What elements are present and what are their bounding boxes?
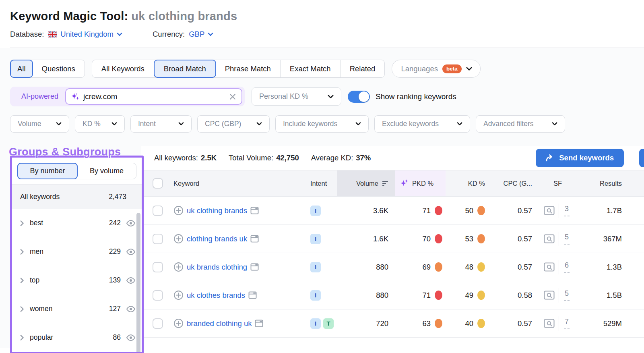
tab-by-number[interactable]: By number [17, 163, 78, 179]
eye-icon[interactable] [126, 305, 136, 313]
eye-icon[interactable] [126, 334, 136, 341]
column-header-volume[interactable]: Volume [337, 170, 395, 196]
filter-exclude-keywords[interactable]: Exclude keywords [374, 115, 470, 133]
intent-badge[interactable]: I [310, 262, 321, 272]
sidebar-scrollbar[interactable] [136, 213, 140, 353]
intent-badge[interactable]: I [310, 234, 321, 244]
tab-broad-match[interactable]: Broad Match [154, 60, 216, 78]
send-arrow-icon [546, 154, 554, 162]
row-checkbox[interactable] [153, 262, 163, 272]
sidebar-all-keywords-row[interactable]: All keywords 2,473 [12, 185, 142, 209]
column-header-keyword[interactable]: Keyword [173, 170, 300, 196]
row-checkbox[interactable] [153, 234, 163, 244]
serp-icon[interactable] [250, 207, 259, 214]
tab-exact-match[interactable]: Exact Match [281, 60, 341, 77]
kd-cell: 50 [446, 197, 490, 224]
filter-include-keywords[interactable]: Include keywords [275, 115, 369, 133]
select-all-checkbox[interactable] [153, 178, 163, 189]
row-checkbox[interactable] [153, 318, 163, 329]
serp-icon[interactable] [250, 235, 259, 243]
eye-icon[interactable] [126, 220, 136, 227]
cpc-cell: 0.57 [490, 309, 538, 337]
chevron-down-icon [111, 122, 117, 126]
tab-questions[interactable]: Questions [33, 60, 85, 77]
table-row: uk clothes brands I 880 71 49 0.58 5 1.5… [141, 281, 644, 309]
filter-cpc[interactable]: CPC (GBP) [197, 115, 270, 133]
sf-count[interactable]: 3 [564, 205, 570, 216]
column-header-results[interactable]: Results [580, 170, 644, 196]
chevron-right-icon[interactable] [20, 220, 24, 226]
send-keywords-button[interactable]: Send keywords [536, 149, 624, 167]
add-keyword-icon[interactable] [173, 234, 184, 244]
intent-badge[interactable]: I [310, 318, 321, 329]
add-keyword-icon[interactable] [173, 206, 184, 216]
chevron-down-icon [466, 67, 472, 71]
serp-preview-icon[interactable] [544, 319, 555, 328]
chevron-right-icon[interactable] [20, 249, 24, 255]
keyword-link[interactable]: uk clothing brands [187, 206, 247, 215]
add-keyword-icon[interactable] [173, 318, 184, 328]
serp-preview-icon[interactable] [544, 262, 555, 272]
intent-badge[interactable]: I [310, 290, 321, 301]
serp-preview-icon[interactable] [544, 206, 555, 215]
currency-select[interactable]: GBP [189, 30, 213, 39]
intent-badge[interactable]: T [323, 318, 334, 329]
filter-intent[interactable]: Intent [130, 115, 192, 133]
tab-all[interactable]: All [10, 60, 33, 78]
kd-dot [477, 319, 485, 328]
chevron-right-icon[interactable] [20, 306, 24, 312]
page-title-query: uk clothing brands [131, 10, 237, 23]
column-header-intent[interactable]: Intent [300, 170, 337, 196]
personal-kd-dropdown[interactable]: Personal KD % [252, 87, 341, 106]
pkd-cell: 71 [395, 281, 446, 309]
keyword-link[interactable]: branded clothing uk [187, 319, 252, 328]
sidebar-group-popular[interactable]: popular 86 [12, 323, 142, 352]
filter-volume[interactable]: Volume [10, 115, 69, 133]
serp-icon[interactable] [248, 291, 257, 299]
serp-preview-icon[interactable] [544, 291, 555, 300]
column-header-kd[interactable]: KD % [446, 170, 490, 196]
sf-count[interactable]: 7 [564, 318, 570, 329]
sidebar-group-top[interactable]: top 139 [12, 266, 142, 295]
tab-phrase-match[interactable]: Phrase Match [216, 60, 281, 77]
table-header-row: Keyword Intent Volume PKD % KD % CPC (G.… [141, 170, 644, 197]
serp-icon[interactable] [255, 320, 263, 327]
row-checkbox[interactable] [153, 290, 163, 301]
clear-search-icon[interactable] [229, 93, 236, 100]
keyword-search-input[interactable]: jcrew.com [65, 88, 242, 105]
column-header-sf[interactable]: SF [538, 170, 580, 196]
sf-count[interactable]: 5 [564, 233, 570, 245]
serp-preview-icon[interactable] [544, 234, 555, 243]
serp-icon[interactable] [250, 263, 259, 271]
sidebar-group-women[interactable]: women 127 [12, 295, 142, 323]
keyword-link[interactable]: clothing brands uk [187, 235, 247, 243]
intent-badge[interactable]: I [310, 206, 321, 216]
chevron-right-icon[interactable] [20, 334, 24, 341]
filter-kd[interactable]: KD % [75, 115, 125, 133]
add-keyword-icon[interactable] [173, 290, 184, 300]
tab-all-keywords[interactable]: All Keywords [92, 60, 154, 77]
ai-powered-label: AI-powered [10, 92, 65, 101]
export-button-partial[interactable] [639, 149, 644, 167]
column-header-pkd[interactable]: PKD % [395, 170, 446, 196]
database-select[interactable]: United Kingdom [60, 30, 122, 39]
tab-by-volume[interactable]: By volume [77, 163, 136, 179]
show-ranking-keywords-toggle[interactable] [348, 91, 370, 103]
sparkle-icon [71, 92, 80, 101]
sf-count[interactable]: 6 [564, 261, 570, 273]
sidebar-group-best[interactable]: best 242 [12, 209, 142, 237]
filter-advanced[interactable]: Advanced filters [476, 115, 565, 133]
sidebar-group-list: best 242 men 229 top 139 [12, 209, 142, 352]
sidebar-group-men[interactable]: men 229 [12, 237, 142, 266]
keyword-link[interactable]: uk clothes brands [187, 291, 245, 300]
sf-count[interactable]: 5 [564, 289, 570, 301]
keyword-link[interactable]: uk brands clothing [187, 263, 247, 272]
add-keyword-icon[interactable] [173, 262, 184, 272]
chevron-right-icon[interactable] [20, 277, 24, 284]
tab-related[interactable]: Related [341, 60, 385, 77]
eye-icon[interactable] [126, 277, 136, 284]
languages-dropdown[interactable]: Languages beta [392, 60, 480, 78]
column-header-cpc[interactable]: CPC (G... [490, 170, 538, 196]
eye-icon[interactable] [126, 248, 136, 255]
row-checkbox[interactable] [153, 206, 163, 216]
